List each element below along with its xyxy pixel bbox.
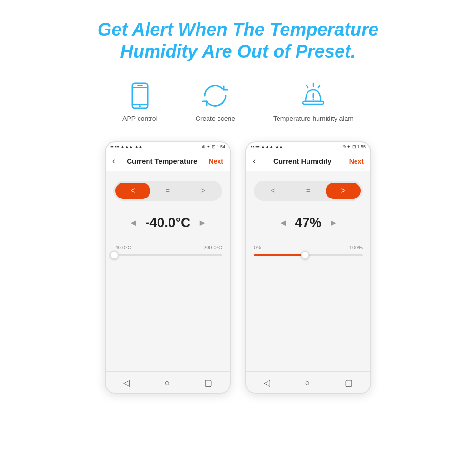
icon-label-temp-alarm: Temperature humidity alam — [273, 115, 354, 122]
headline-line2: Humidity Are Out of Preset. — [98, 41, 379, 63]
phone-body-humidity: < = > ◄ 47% ► 0% 100% — [246, 171, 370, 371]
toggle-less-humidity[interactable]: < — [256, 183, 291, 199]
slider-labels-humidity: 0% 100% — [254, 245, 363, 250]
back-button-temp[interactable]: ‹ — [112, 156, 115, 166]
status-right-humidity: ⊕ ✦ ⊡ 1:55 — [342, 144, 366, 149]
screen-title-humidity: Current Humidity — [273, 157, 332, 165]
slider-min-humidity: 0% — [254, 245, 261, 250]
phone-header-temp: ‹ Current Temperature Next — [106, 151, 230, 171]
decrement-temp[interactable]: ◄ — [129, 218, 138, 228]
slider-section-temp: -40.0°C 200.0°C — [113, 245, 222, 258]
toggle-equal-humidity[interactable]: = — [291, 183, 326, 199]
slider-fill-humidity — [254, 254, 305, 256]
page: Get Alert When The Temperature Humidity … — [0, 0, 476, 476]
icon-item-app-control: APP control — [122, 81, 158, 122]
toggle-equal-temp[interactable]: = — [150, 183, 186, 199]
nav-home-temp[interactable]: ○ — [165, 378, 170, 388]
value-text-humidity: 47% — [295, 215, 321, 230]
status-left-humidity: ▪▪ ▪▪▪ ▲▲▲ ▲▲ — [251, 144, 283, 149]
nav-bar-temp: ◁ ○ ▢ — [106, 371, 230, 393]
decrement-humidity[interactable]: ◄ — [279, 218, 288, 228]
slider-track-temp[interactable] — [113, 254, 222, 256]
back-button-humidity[interactable]: ‹ — [253, 156, 256, 166]
icons-row: APP control Create scene — [122, 81, 354, 122]
phone-header-humidity: ‹ Current Humidity Next — [246, 151, 370, 171]
nav-recent-humidity[interactable]: ▢ — [345, 377, 353, 388]
nav-bar-humidity: ◁ ○ ▢ — [246, 371, 370, 393]
slider-thumb-humidity[interactable] — [301, 251, 309, 259]
nav-home-humidity[interactable]: ○ — [305, 378, 310, 388]
next-button-temp[interactable]: Next — [209, 158, 223, 165]
nav-recent-temp[interactable]: ▢ — [204, 377, 212, 388]
toggle-greater-humidity[interactable]: > — [326, 183, 361, 199]
increment-temp[interactable]: ► — [198, 218, 207, 228]
icon-label-app-control: APP control — [122, 115, 158, 122]
next-button-humidity[interactable]: Next — [349, 158, 364, 165]
status-right-temp: ⊕ ✦ ⊡ 1:54 — [202, 144, 225, 149]
status-bar-temp: ▪▪ ▪▪▪ ▲▲▲ ▲▲ ⊕ ✦ ⊡ 1:54 — [106, 142, 230, 151]
phone-humidity: ▪▪ ▪▪▪ ▲▲▲ ▲▲ ⊕ ✦ ⊡ 1:55 ‹ Current Humid… — [245, 141, 371, 394]
phone-icon — [126, 81, 154, 110]
slider-max-humidity: 100% — [349, 245, 363, 250]
phone-body-temp: < = > ◄ -40.0°C ► -40.0°C 200.0°C — [106, 171, 230, 371]
slider-track-humidity[interactable] — [254, 254, 363, 256]
phones-row: ▪▪ ▪▪▪ ▲▲▲ ▲▲ ⊕ ✦ ⊡ 1:54 ‹ Current Tempe… — [105, 141, 371, 394]
icon-item-temp-alarm: Temperature humidity alam — [273, 81, 354, 122]
slider-thumb-temp[interactable] — [110, 251, 119, 259]
status-left-temp: ▪▪ ▪▪▪ ▲▲▲ ▲▲ — [110, 144, 143, 149]
headline-line1: Get Alert When The Temperature — [98, 19, 379, 41]
svg-line-10 — [318, 85, 320, 88]
increment-humidity[interactable]: ► — [329, 218, 338, 228]
svg-line-9 — [307, 85, 308, 88]
slider-max-temp: 200.0°C — [203, 245, 222, 250]
icon-item-create-scene: Create scene — [196, 81, 235, 122]
alarm-icon — [299, 81, 327, 110]
compare-toggle-humidity: < = > — [254, 181, 363, 201]
slider-min-temp: -40.0°C — [113, 245, 131, 250]
slider-section-humidity: 0% 100% — [254, 245, 363, 258]
toggle-less-temp[interactable]: < — [115, 183, 150, 199]
nav-back-temp[interactable]: ◁ — [123, 377, 130, 388]
svg-point-7 — [313, 99, 314, 100]
nav-back-humidity[interactable]: ◁ — [264, 377, 270, 388]
toggle-greater-temp[interactable]: > — [185, 183, 220, 199]
status-bar-humidity: ▪▪ ▪▪▪ ▲▲▲ ▲▲ ⊕ ✦ ⊡ 1:55 — [246, 142, 370, 151]
headline: Get Alert When The Temperature Humidity … — [98, 19, 379, 62]
value-text-temp: -40.0°C — [145, 215, 190, 230]
value-display-humidity: ◄ 47% ► — [254, 210, 363, 235]
svg-rect-4 — [137, 85, 143, 86]
svg-point-3 — [139, 105, 141, 107]
compare-toggle-temp: < = > — [113, 181, 222, 201]
phone-temperature: ▪▪ ▪▪▪ ▲▲▲ ▲▲ ⊕ ✦ ⊡ 1:54 ‹ Current Tempe… — [105, 141, 231, 394]
value-display-temp: ◄ -40.0°C ► — [113, 210, 222, 235]
slider-labels-temp: -40.0°C 200.0°C — [113, 245, 222, 250]
screen-title-temp: Current Temperature — [127, 157, 197, 165]
icon-label-create-scene: Create scene — [196, 115, 235, 122]
sync-icon — [201, 81, 229, 110]
